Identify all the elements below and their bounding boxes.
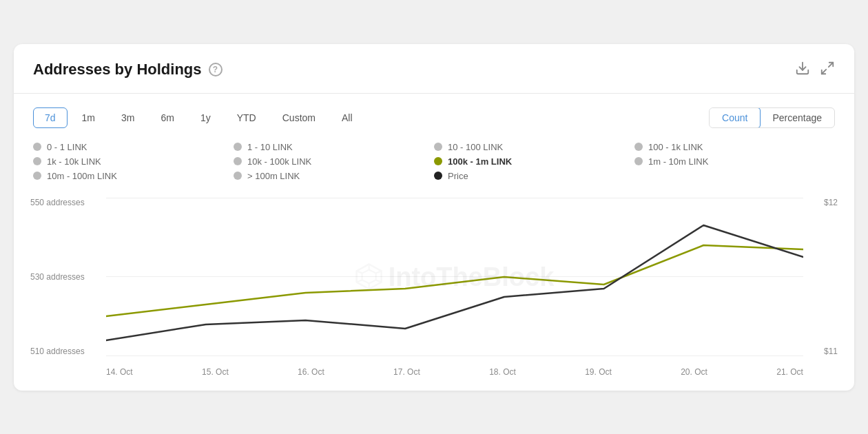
y-axis-right: $12 $11 [810,198,838,356]
page-title: Addresses by Holdings [33,61,202,79]
legend-dot [634,143,643,151]
time-btn-all[interactable]: All [330,107,364,128]
legend-dot [33,157,41,165]
legend-dot [234,143,242,151]
card: Addresses by Holdings ? [14,44,854,391]
x-label-5: 19. Oct [585,367,612,377]
legend-item-0-1: 0 - 1 LINK [33,142,234,152]
y-label-bottom: 510 addresses [30,347,106,356]
legend-dot [434,143,442,151]
legend-item-price: Price [434,171,634,181]
x-label-7: 21. Oct [776,367,803,377]
legend-item-10k-100k: 10k - 100k LINK [234,156,434,167]
legend-item-10-100: 10 - 100 LINK [434,142,634,152]
svg-line-1 [829,62,833,66]
legend-item-gt100m: > 100m LINK [234,171,434,181]
legend-label: 0 - 1 LINK [47,142,87,152]
legend-dot [234,172,242,180]
y-right-bottom: $11 [824,347,838,356]
expand-icon[interactable] [820,61,835,79]
legend-label-price: Price [448,171,468,181]
x-label-4: 18. Oct [489,367,516,377]
view-btn-percentage[interactable]: Percentage [760,108,834,127]
legend-item-10m-100m: 10m - 100m LINK [33,171,234,181]
legend-label: 100 - 1k LINK [648,142,703,152]
chart-inner: IntoTheBlock [106,198,803,356]
y-label-mid: 530 addresses [30,272,106,282]
x-label-6: 20. Oct [681,367,707,377]
legend-dot [634,157,643,165]
legend-label-active: 100k - 1m LINK [448,156,512,167]
olive-line [106,245,803,316]
view-btn-count[interactable]: Count [709,107,761,128]
x-axis: 14. Oct 15. Oct 16. Oct 17. Oct 18. Oct … [106,367,803,377]
legend-dot-price [434,172,442,180]
legend-item-100k-1m: 100k - 1m LINK [434,156,634,167]
x-label-3: 17. Oct [393,367,420,377]
time-btn-custom[interactable]: Custom [271,107,327,128]
svg-line-2 [822,69,826,73]
y-axis-left: 550 addresses 530 addresses 510 addresse… [30,198,106,356]
time-btn-7d[interactable]: 7d [33,107,68,128]
legend-label: 10k - 100k LINK [247,156,311,167]
x-label-2: 16. Oct [298,367,324,377]
time-btn-1y[interactable]: 1y [189,107,223,128]
header-left: Addresses by Holdings ? [33,61,223,79]
y-label-top: 550 addresses [30,198,106,207]
x-label-1: 15. Oct [202,367,229,377]
time-btn-6m[interactable]: 6m [149,107,185,128]
legend-label: 10m - 100m LINK [47,171,117,181]
legend-dot [33,172,41,180]
x-label-0: 14. Oct [106,367,133,377]
legend-dot [33,143,41,151]
legend-label: > 100m LINK [247,171,300,181]
download-icon[interactable] [795,61,810,79]
time-btn-ytd[interactable]: YTD [225,107,268,128]
help-icon[interactable]: ? [209,63,223,76]
time-btn-3m[interactable]: 3m [110,107,146,128]
chart-svg [106,198,803,356]
legend-label: 10 - 100 LINK [448,142,503,152]
chart-area: 550 addresses 530 addresses 510 addresse… [30,198,838,377]
view-buttons: Count Percentage [709,107,835,128]
header: Addresses by Holdings ? [33,61,835,79]
legend-item-1m-10m: 1m - 10m LINK [634,156,835,167]
legend-label: 1m - 10m LINK [648,156,708,167]
time-btn-1m[interactable]: 1m [70,107,107,128]
legend-label: 1 - 10 LINK [247,142,293,152]
legend-item-1-10: 1 - 10 LINK [234,142,434,152]
time-buttons: 7d 1m 3m 6m 1y YTD Custom All [33,107,364,128]
legend-dot [234,157,242,165]
legend: 0 - 1 LINK 1 - 10 LINK 10 - 100 LINK 100… [33,142,835,181]
header-right [795,61,835,79]
legend-dot-active [434,157,442,165]
controls-bar: 7d 1m 3m 6m 1y YTD Custom All Count Perc… [33,107,835,128]
legend-label: 1k - 10k LINK [47,156,101,167]
legend-item-100-1k: 100 - 1k LINK [634,142,835,152]
header-divider [14,93,854,94]
y-right-top: $12 [824,198,838,207]
legend-item-1k-10k: 1k - 10k LINK [33,156,234,167]
